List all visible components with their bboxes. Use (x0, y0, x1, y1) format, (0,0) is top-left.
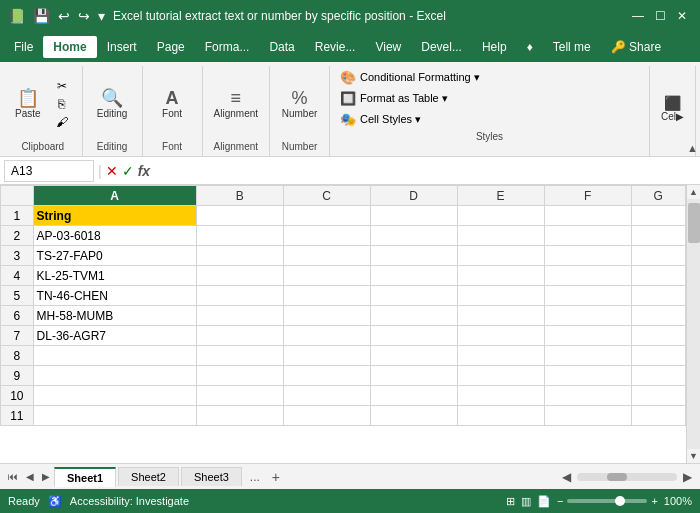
cell-A8[interactable] (33, 346, 196, 366)
window-controls[interactable]: — ☐ ✕ (628, 6, 692, 26)
alignment-btn[interactable]: ≡ Alignment (209, 86, 263, 122)
menu-file[interactable]: File (4, 36, 43, 58)
cell-F1[interactable] (544, 206, 631, 226)
cell-E2[interactable] (457, 226, 544, 246)
cell-G1[interactable] (631, 206, 685, 226)
cut-btn[interactable]: ✂ (48, 78, 76, 94)
cell-D11[interactable] (370, 406, 457, 426)
cell-B6[interactable] (196, 306, 283, 326)
cell-E8[interactable] (457, 346, 544, 366)
cell-reference-box[interactable] (4, 160, 94, 182)
cell-F4[interactable] (544, 266, 631, 286)
cell-F11[interactable] (544, 406, 631, 426)
cell-btn[interactable]: ⬛ Cel▶ (656, 93, 689, 125)
cell-B11[interactable] (196, 406, 283, 426)
cell-D2[interactable] (370, 226, 457, 246)
cell-E3[interactable] (457, 246, 544, 266)
cell-B7[interactable] (196, 326, 283, 346)
cell-E1[interactable] (457, 206, 544, 226)
col-header-c[interactable]: C (283, 186, 370, 206)
cell-E5[interactable] (457, 286, 544, 306)
share-btn[interactable]: 🔑 Share (601, 36, 671, 58)
cell-A1[interactable]: String (33, 206, 196, 226)
menu-insert[interactable]: Insert (97, 36, 147, 58)
cell-G9[interactable] (631, 366, 685, 386)
cell-C8[interactable] (283, 346, 370, 366)
horizontal-scroll-area[interactable]: ◀ ▶ (558, 468, 696, 486)
format-painter-btn[interactable]: 🖌 (48, 114, 76, 130)
cell-B3[interactable] (196, 246, 283, 266)
copy-btn[interactable]: ⎘ (48, 96, 76, 112)
cell-F3[interactable] (544, 246, 631, 266)
view-normal-btn[interactable]: ⊞ (506, 495, 515, 508)
cell-A11[interactable] (33, 406, 196, 426)
cell-E9[interactable] (457, 366, 544, 386)
cell-C1[interactable] (283, 206, 370, 226)
font-btn[interactable]: A Font (157, 86, 187, 122)
formula-input[interactable] (154, 164, 696, 178)
zoom-thumb[interactable] (615, 496, 625, 506)
cell-B1[interactable] (196, 206, 283, 226)
col-header-f[interactable]: F (544, 186, 631, 206)
col-header-e[interactable]: E (457, 186, 544, 206)
cell-styles-btn[interactable]: 🎭 Cell Styles ▾ (336, 110, 643, 129)
cell-G7[interactable] (631, 326, 685, 346)
cell-C3[interactable] (283, 246, 370, 266)
format-as-table-btn[interactable]: 🔲 Format as Table ▾ (336, 89, 643, 108)
save-quick-btn[interactable]: 💾 (31, 6, 52, 26)
cell-A3[interactable]: TS-27-FAP0 (33, 246, 196, 266)
cell-C4[interactable] (283, 266, 370, 286)
cell-B5[interactable] (196, 286, 283, 306)
zoom-minus-btn[interactable]: − (557, 495, 563, 507)
formula-fx-btn[interactable]: fx (138, 163, 150, 179)
maximize-btn[interactable]: ☐ (650, 6, 670, 26)
cell-B4[interactable] (196, 266, 283, 286)
cell-F5[interactable] (544, 286, 631, 306)
cell-D1[interactable] (370, 206, 457, 226)
cell-A10[interactable] (33, 386, 196, 406)
cell-E4[interactable] (457, 266, 544, 286)
col-header-a[interactable]: A (33, 186, 196, 206)
cell-A7[interactable]: DL-36-AGR7 (33, 326, 196, 346)
cell-A9[interactable] (33, 366, 196, 386)
cell-F6[interactable] (544, 306, 631, 326)
zoom-plus-btn[interactable]: + (651, 495, 657, 507)
vscroll-up-btn[interactable]: ▲ (687, 185, 700, 199)
zoom-track[interactable] (567, 499, 647, 503)
cell-C11[interactable] (283, 406, 370, 426)
cell-G3[interactable] (631, 246, 685, 266)
col-header-g[interactable]: G (631, 186, 685, 206)
menu-home[interactable]: Home (43, 36, 96, 58)
editing-btn[interactable]: 🔍 Editing (92, 86, 133, 122)
formula-confirm-btn[interactable]: ✓ (122, 163, 134, 179)
menu-help[interactable]: Help (472, 36, 517, 58)
customize-quick-btn[interactable]: ▾ (96, 6, 107, 26)
cell-B2[interactable] (196, 226, 283, 246)
cell-D9[interactable] (370, 366, 457, 386)
col-header-b[interactable]: B (196, 186, 283, 206)
tab-nav-prev[interactable]: ◀ (22, 469, 38, 484)
grid-container[interactable]: A B C D E F G 1String2AP-03-60183TS-27-F… (0, 185, 686, 463)
cell-D4[interactable] (370, 266, 457, 286)
cell-G10[interactable] (631, 386, 685, 406)
formula-cancel-btn[interactable]: ✕ (106, 163, 118, 179)
cell-G6[interactable] (631, 306, 685, 326)
cell-C10[interactable] (283, 386, 370, 406)
cell-E7[interactable] (457, 326, 544, 346)
menu-format[interactable]: Forma... (195, 36, 260, 58)
cell-G11[interactable] (631, 406, 685, 426)
sheet-tab-sheet1[interactable]: Sheet1 (54, 467, 116, 487)
cell-G8[interactable] (631, 346, 685, 366)
cell-C5[interactable] (283, 286, 370, 306)
cell-E11[interactable] (457, 406, 544, 426)
cell-E6[interactable] (457, 306, 544, 326)
cell-G4[interactable] (631, 266, 685, 286)
cell-D3[interactable] (370, 246, 457, 266)
cell-A5[interactable]: TN-46-CHEN (33, 286, 196, 306)
cell-D6[interactable] (370, 306, 457, 326)
cell-C9[interactable] (283, 366, 370, 386)
tab-more-btn[interactable]: ... (244, 467, 266, 487)
cell-B8[interactable] (196, 346, 283, 366)
cell-D7[interactable] (370, 326, 457, 346)
tab-nav-first[interactable]: ⏮ (4, 469, 22, 484)
